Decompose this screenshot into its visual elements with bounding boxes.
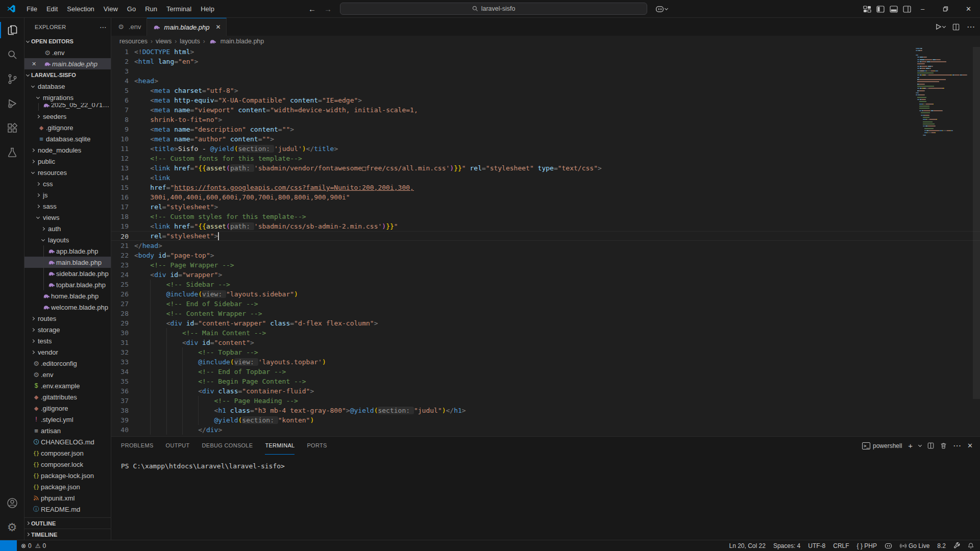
copilot-menu[interactable] xyxy=(655,6,668,13)
tree-file-home-blade-php[interactable]: home.blade.php xyxy=(24,290,111,302)
code-line[interactable]: 31 <div id="content"> xyxy=(111,338,980,347)
activity-testing-icon[interactable] xyxy=(0,140,24,165)
open-editor-item[interactable]: ⚙.env xyxy=(24,47,111,58)
code-line[interactable]: 39 @yield(section: "konten") xyxy=(111,415,980,425)
tree-file-composer-lock[interactable]: {}composer.lock xyxy=(24,459,111,470)
tree-file--gitattributes[interactable]: ◆.gitattributes xyxy=(24,391,111,403)
tree-file-sidebar-blade-php[interactable]: sidebar.blade.php xyxy=(24,268,111,279)
status-indentation[interactable]: Spaces: 4 xyxy=(773,542,800,549)
tree-file-topbar-blade-php[interactable]: topbar.blade.php xyxy=(24,279,111,290)
breadcrumb-item[interactable]: resources xyxy=(119,38,148,45)
tree-folder-node-modules[interactable]: node_modules xyxy=(24,144,111,156)
tree-folder-resources[interactable]: resources xyxy=(24,167,111,178)
activity-search-icon[interactable] xyxy=(0,42,24,67)
tree-file-package-lock-json[interactable]: {}package-lock.json xyxy=(24,470,111,481)
code-line[interactable]: 4<head> xyxy=(111,76,980,86)
panel-more-actions-icon[interactable]: ⋯ xyxy=(953,441,961,450)
editor-more-actions-icon[interactable]: ⋯ xyxy=(967,22,975,32)
status-copilot[interactable] xyxy=(885,543,892,549)
tree-file-welcome-blade-php[interactable]: welcome.blade.php xyxy=(24,302,111,313)
tab--env[interactable]: ⚙.env xyxy=(111,18,147,36)
tree-file-changelog-md[interactable]: CHANGELOG.md xyxy=(24,436,111,447)
code-line[interactable]: 25 <!-- Sidebar --> xyxy=(111,280,980,289)
tab-main-blade-php[interactable]: main.blade.php✕ xyxy=(147,18,227,36)
tree-folder-auth[interactable]: auth xyxy=(24,223,111,234)
toggle-panel-icon[interactable] xyxy=(890,6,898,13)
tree-file--env[interactable]: ⚙.env xyxy=(24,369,111,380)
code-line[interactable]: 16 300i,400,400i,600,600i,700,700i,800,8… xyxy=(111,192,980,202)
activity-extensions-icon[interactable] xyxy=(0,116,24,140)
tree-file--editorconfig[interactable]: ⚙.editorconfig xyxy=(24,358,111,369)
code-line[interactable]: 21</head> xyxy=(111,241,980,251)
code-line[interactable]: 11 <title>Sisfo - @yield(section: 'judul… xyxy=(111,144,980,154)
tree-file-package-json[interactable]: {}package.json xyxy=(24,481,111,492)
code-line[interactable]: 29 <div id="content-wrapper" class="d-fl… xyxy=(111,318,980,328)
code-line[interactable]: 20 rel="stylesheet"> xyxy=(111,231,980,241)
tree-folder-database[interactable]: database xyxy=(24,81,111,92)
code-line[interactable]: 8 shrink-to-fit=no"> xyxy=(111,115,980,124)
open-editors-header[interactable]: OPEN EDITORS xyxy=(24,36,111,47)
toggle-secondary-sidebar-icon[interactable] xyxy=(903,6,911,13)
code-line[interactable]: 1<!DOCTYPE html> xyxy=(111,47,980,57)
close-tab-icon[interactable]: ✕ xyxy=(215,23,220,31)
code-line[interactable]: 38 <h1 class="h3 mb-4 text-gray-800">@yi… xyxy=(111,406,980,415)
tree-folder-vendor[interactable]: vendor xyxy=(24,346,111,358)
code-line[interactable]: 10 <meta name="author" content=""> xyxy=(111,134,980,144)
status-go-live[interactable]: Go Live xyxy=(900,542,929,549)
code-line[interactable]: 34 <!-- End of Topbar --> xyxy=(111,367,980,377)
problems-indicator[interactable]: ⊗0 ⚠0 xyxy=(21,542,46,549)
menu-terminal[interactable]: Terminal xyxy=(162,0,196,18)
minimap[interactable] xyxy=(916,48,973,436)
breadcrumb-item[interactable]: layouts xyxy=(180,38,200,45)
menu-run[interactable]: Run xyxy=(140,0,162,18)
tree-folder-migrations[interactable]: migrations xyxy=(24,92,111,103)
menu-help[interactable]: Help xyxy=(196,0,219,18)
close-editor-icon[interactable]: ✕ xyxy=(32,61,43,67)
code-line[interactable]: 22<body id="page-top"> xyxy=(111,251,980,260)
tree-file-readme-md[interactable]: ⓘREADME.md xyxy=(24,504,111,515)
panel-tab-debug-console[interactable]: DEBUG CONSOLE xyxy=(202,437,253,455)
minimize-button[interactable]: – xyxy=(911,0,934,18)
code-line[interactable]: 3 xyxy=(111,66,980,76)
toggle-sidebar-icon[interactable] xyxy=(876,6,885,13)
code-line[interactable]: 17 rel="stylesheet"> xyxy=(111,202,980,212)
code-line[interactable]: 18 <!-- Custom styles for this template-… xyxy=(111,212,980,221)
tree-folder-sass[interactable]: sass xyxy=(24,201,111,212)
tree-file-app-blade-php[interactable]: app.blade.php xyxy=(24,245,111,257)
code-line[interactable]: 30 <!-- Main Content --> xyxy=(111,328,980,338)
terminal-output[interactable]: PS C:\xampp\htdocs\Laravel\laravel-sisfo… xyxy=(111,455,980,471)
code-line[interactable]: 24 <div id="wrapper"> xyxy=(111,270,980,280)
code-line[interactable]: 2<html lang="en"> xyxy=(111,57,980,66)
tree-file-composer-json[interactable]: {}composer.json xyxy=(24,447,111,459)
code-line[interactable]: 6 <meta http-equiv="X-UA-Compatible" con… xyxy=(111,95,980,105)
terminal-shell-item[interactable]: >_ powershell xyxy=(862,442,902,449)
remote-indicator[interactable]: restore xyxy=(0,540,17,551)
activity-source-control-icon[interactable] xyxy=(0,67,24,91)
status-notifications[interactable] xyxy=(968,542,974,549)
restore-button[interactable] xyxy=(934,0,957,18)
status-encoding[interactable]: UTF-8 xyxy=(808,542,825,549)
panel-tab-ports[interactable]: PORTS xyxy=(307,437,327,455)
open-editor-item[interactable]: ✕main.blade.php xyxy=(24,58,111,69)
menu-file[interactable]: File xyxy=(22,0,42,18)
forward-icon[interactable]: → xyxy=(324,5,332,13)
tree-folder-layouts[interactable]: layouts xyxy=(24,234,111,245)
tree-file--env-example[interactable]: $.env.example xyxy=(24,380,111,391)
tree-folder-tests[interactable]: tests xyxy=(24,335,111,346)
split-terminal-icon[interactable] xyxy=(927,442,934,449)
tree-file-database-sqlite[interactable]: ≡database.sqlite xyxy=(24,133,111,144)
activity-settings-icon[interactable]: ⚙ xyxy=(0,515,24,540)
code-line[interactable]: 32 <!-- Topbar --> xyxy=(111,347,980,357)
tree-file--styleci-yml[interactable]: !.styleci.yml xyxy=(24,414,111,425)
status-eol[interactable]: CRLF xyxy=(833,542,849,549)
breadcrumb-item[interactable]: main.blade.php xyxy=(220,38,264,45)
tree-file--gitignore[interactable]: ◆.gitignore xyxy=(24,403,111,414)
status-language-mode[interactable]: { } PHP xyxy=(857,542,877,549)
code-line[interactable]: 19 <link href="{{asset(path: 'sbadmin/cs… xyxy=(111,221,980,231)
menu-go[interactable]: Go xyxy=(122,0,140,18)
tree-folder-routes[interactable]: routes xyxy=(24,313,111,324)
menu-selection[interactable]: Selection xyxy=(62,0,99,18)
activity-account-icon[interactable] xyxy=(0,491,24,515)
split-editor-icon[interactable] xyxy=(952,23,960,31)
activity-run-debug-icon[interactable] xyxy=(0,91,24,116)
